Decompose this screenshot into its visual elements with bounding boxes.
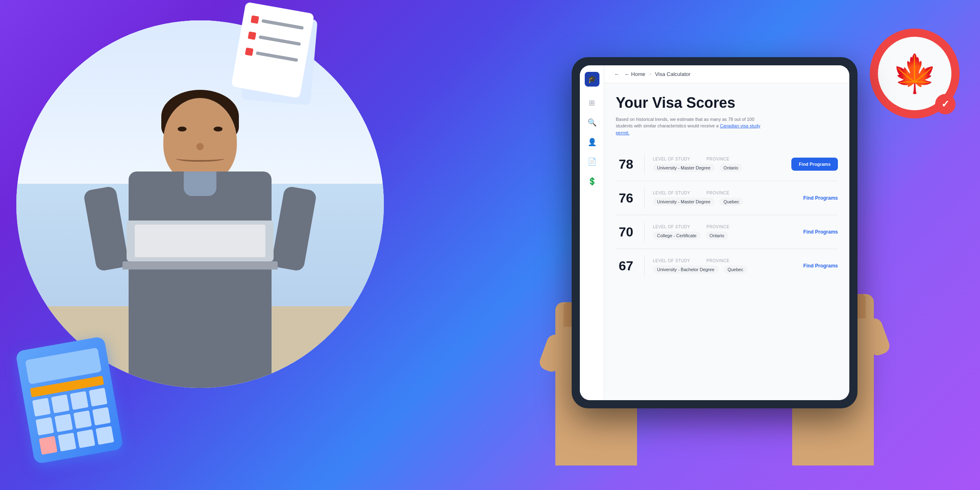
checklist-paper-white <box>231 2 314 98</box>
score-divider-1 <box>644 154 645 174</box>
checklist-box-3 <box>245 47 254 56</box>
province-label-4: Province <box>706 258 729 263</box>
find-programs-btn-1[interactable]: Find Programs <box>791 158 838 171</box>
person-head <box>163 98 237 184</box>
sidebar-icon-billing[interactable]: 💲 <box>586 175 599 188</box>
level-label-3: Level of study <box>653 225 690 229</box>
level-label-4: Level of study <box>653 258 690 263</box>
app-sidebar: 🎓 ⊞ 🔍 👤 📄 💲 <box>580 65 604 400</box>
app-content: Your Visa Scores Based on historical tre… <box>604 83 849 400</box>
sidebar-icon-home[interactable]: ⊞ <box>586 96 599 109</box>
calc-btn-1 <box>32 398 51 416</box>
back-arrow[interactable]: ← <box>614 71 619 77</box>
page-subtitle: Based on historical trends, we estimate … <box>616 116 771 136</box>
checklist-text-3 <box>256 51 298 62</box>
province-label-3: Province <box>706 225 729 229</box>
breadcrumb-current: Visa Calculator <box>655 71 690 77</box>
score-label-row-2: Level of study Province <box>653 191 795 195</box>
score-cards-list: 78 Level of study Province University - … <box>616 147 838 283</box>
level-value-1: University - Master Degree <box>653 164 715 172</box>
score-details-3: Level of study Province College - Certif… <box>653 225 795 240</box>
find-programs-link-4[interactable]: Find Programs <box>803 263 838 269</box>
score-details-4: Level of study Province University - Bac… <box>653 258 795 274</box>
person-silhouette <box>78 82 323 388</box>
calc-btn-5 <box>36 417 54 436</box>
checklist-box-2 <box>248 31 256 40</box>
level-label-1: Level of study <box>653 157 690 161</box>
province-label-1: Province <box>706 157 729 161</box>
left-section <box>0 0 490 490</box>
maple-leaf-icon: 🍁 <box>892 52 938 95</box>
score-values-row-4: University - Bachelor Degree Quebec <box>653 265 795 274</box>
calc-btn-2 <box>51 394 69 413</box>
find-programs-link-3[interactable]: Find Programs <box>803 229 838 235</box>
checklist-decoration <box>229 2 327 112</box>
calc-btn-4 <box>89 388 107 407</box>
person-body <box>129 172 272 388</box>
score-values-row-3: College - Certificate Ontario <box>653 232 795 240</box>
calc-btn-9 <box>39 436 57 455</box>
province-value-4: Quebec <box>724 265 748 274</box>
page-title: Your Visa Scores <box>616 95 838 111</box>
tablet-frame: 🎓 ⊞ 🔍 👤 📄 💲 ← ← Home > Visa Calcula <box>572 57 858 408</box>
score-divider-2 <box>644 188 645 208</box>
score-divider-3 <box>644 222 645 242</box>
tablet-screen: 🎓 ⊞ 🔍 👤 📄 💲 ← ← Home > Visa Calcula <box>580 65 849 400</box>
level-value-2: University - Master Degree <box>653 198 715 206</box>
calc-btn-8 <box>92 407 111 426</box>
sidebar-icon-docs[interactable]: 📄 <box>586 155 599 168</box>
checklist-lines <box>243 15 304 73</box>
calc-btn-6 <box>54 414 73 432</box>
score-label-row-3: Level of study Province <box>653 225 795 229</box>
province-value-2: Quebec <box>719 198 744 206</box>
score-number-1: 78 <box>616 157 636 172</box>
calc-buttons <box>32 388 114 455</box>
score-card-1: 78 Level of study Province University - … <box>616 147 838 181</box>
score-card-4: 67 Level of study Province University - … <box>616 249 838 283</box>
calc-btn-7 <box>74 410 92 429</box>
calc-btn-12 <box>96 426 114 445</box>
sidebar-icon-search[interactable]: 🔍 <box>586 116 599 129</box>
breadcrumb-home[interactable]: ← Home <box>624 71 645 77</box>
score-details-1: Level of study Province University - Mas… <box>653 157 783 172</box>
province-label-2: Province <box>706 191 729 195</box>
checklist-text-2 <box>258 35 301 46</box>
checklist-line-2 <box>248 31 301 48</box>
logo-icon: 🎓 <box>588 75 597 84</box>
tablet-container: 🎓 ⊞ 🔍 👤 📄 💲 ← ← Home > Visa Calcula <box>531 57 898 457</box>
score-values-row-1: University - Master Degree Ontario <box>653 164 783 172</box>
score-number-3: 70 <box>616 225 636 240</box>
app-main: ← ← Home > Visa Calculator Your Visa Sco… <box>604 65 849 400</box>
score-card-2: 76 Level of study Province University - … <box>616 181 838 215</box>
checklist-box-1 <box>251 15 259 24</box>
calc-btn-11 <box>77 430 95 448</box>
score-divider-4 <box>644 256 645 276</box>
level-value-3: College - Certificate <box>653 232 701 240</box>
score-values-row-2: University - Master Degree Quebec <box>653 198 795 206</box>
level-value-4: University - Bachelor Degree <box>653 265 719 274</box>
app-header: ← ← Home > Visa Calculator <box>604 65 849 83</box>
right-section: 🍁 ✓ <box>449 0 980 490</box>
find-programs-link-2[interactable]: Find Programs <box>803 195 838 201</box>
province-value-1: Ontario <box>719 164 742 172</box>
sidebar-logo: 🎓 <box>585 72 599 87</box>
score-number-4: 67 <box>616 258 636 274</box>
breadcrumb-separator: > <box>648 71 652 77</box>
score-details-2: Level of study Province University - Mas… <box>653 191 795 206</box>
person-image <box>16 20 384 388</box>
checklist-line-1 <box>251 15 304 31</box>
score-label-row-1: Level of study Province <box>653 157 783 161</box>
score-number-2: 76 <box>616 191 636 206</box>
canada-checkmark: ✓ <box>935 94 956 114</box>
score-label-row-4: Level of study Province <box>653 258 795 263</box>
calc-btn-3 <box>70 391 88 410</box>
calc-btn-10 <box>58 433 76 452</box>
checklist-line-3 <box>245 47 298 64</box>
sidebar-icon-profile[interactable]: 👤 <box>586 136 599 149</box>
level-label-2: Level of study <box>653 191 690 195</box>
person-photo-circle <box>16 20 384 388</box>
checklist-text-1 <box>261 19 304 30</box>
province-value-3: Ontario <box>706 232 728 240</box>
score-card-3: 70 Level of study Province College - Cer… <box>616 215 838 249</box>
